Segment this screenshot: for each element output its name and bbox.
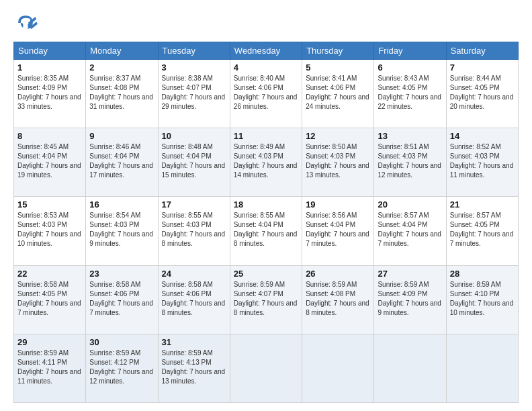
sunset-label: Sunset: 4:04 PM	[89, 152, 139, 160]
sunrise-label: Sunrise: 8:59 AM	[234, 281, 285, 288]
col-monday: Monday	[86, 42, 158, 60]
logo-icon	[13, 11, 38, 35]
logo	[13, 11, 42, 35]
sunrise-label: Sunrise: 8:59 AM	[162, 349, 213, 357]
table-row: 23 Sunrise: 8:58 AM Sunset: 4:06 PM Dayl…	[86, 265, 158, 334]
day-info: Sunrise: 8:50 AM Sunset: 4:03 PM Dayligh…	[306, 142, 370, 180]
calendar-table: Sunday Monday Tuesday Wednesday Thursday…	[13, 42, 519, 403]
sunset-label: Sunset: 4:06 PM	[89, 290, 139, 298]
day-number: 27	[378, 269, 442, 279]
day-number: 3	[162, 62, 226, 73]
page: Sunday Monday Tuesday Wednesday Thursday…	[0, 0, 532, 411]
table-row: 17 Sunrise: 8:55 AM Sunset: 4:03 PM Dayl…	[158, 197, 230, 265]
table-row: 10 Sunrise: 8:48 AM Sunset: 4:04 PM Dayl…	[158, 128, 230, 197]
sunrise-label: Sunrise: 8:56 AM	[306, 212, 357, 219]
table-row: 21 Sunrise: 8:57 AM Sunset: 4:05 PM Dayl…	[446, 197, 518, 265]
day-number: 9	[89, 131, 154, 141]
daylight-label: Daylight: 7 hours and 10 minutes.	[17, 230, 81, 247]
daylight-label: Daylight: 7 hours and 14 minutes.	[234, 162, 298, 179]
col-thursday: Thursday	[302, 42, 374, 60]
sunrise-label: Sunrise: 8:55 AM	[162, 212, 213, 219]
table-row: 16 Sunrise: 8:54 AM Sunset: 4:03 PM Dayl…	[86, 197, 158, 265]
day-info: Sunrise: 8:58 AM Sunset: 4:05 PM Dayligh…	[17, 280, 82, 318]
day-number: 4	[234, 62, 298, 73]
table-row: 27 Sunrise: 8:59 AM Sunset: 4:09 PM Dayl…	[374, 265, 446, 334]
sunrise-label: Sunrise: 8:55 AM	[234, 212, 285, 219]
sunrise-label: Sunrise: 8:58 AM	[17, 281, 69, 288]
daylight-label: Daylight: 7 hours and 8 minutes.	[162, 300, 226, 316]
daylight-label: Daylight: 7 hours and 8 minutes.	[162, 230, 226, 247]
table-row: 9 Sunrise: 8:46 AM Sunset: 4:04 PM Dayli…	[86, 128, 158, 197]
day-number: 19	[306, 199, 370, 210]
day-info: Sunrise: 8:58 AM Sunset: 4:06 PM Dayligh…	[162, 280, 226, 318]
sunrise-label: Sunrise: 8:45 AM	[17, 143, 69, 150]
daylight-label: Daylight: 7 hours and 13 minutes.	[162, 368, 226, 385]
table-row: 20 Sunrise: 8:57 AM Sunset: 4:04 PM Dayl…	[374, 197, 446, 265]
sunset-label: Sunset: 4:08 PM	[306, 290, 355, 298]
col-wednesday: Wednesday	[230, 42, 302, 60]
sunset-label: Sunset: 4:11 PM	[17, 359, 67, 366]
table-row: 19 Sunrise: 8:56 AM Sunset: 4:04 PM Dayl…	[302, 197, 374, 265]
sunrise-label: Sunrise: 8:46 AM	[89, 143, 140, 150]
day-info: Sunrise: 8:58 AM Sunset: 4:06 PM Dayligh…	[89, 280, 154, 318]
day-info: Sunrise: 8:49 AM Sunset: 4:03 PM Dayligh…	[234, 142, 298, 180]
sunset-label: Sunset: 4:06 PM	[162, 290, 212, 298]
sunset-label: Sunset: 4:04 PM	[306, 221, 355, 228]
day-info: Sunrise: 8:40 AM Sunset: 4:06 PM Dayligh…	[234, 74, 298, 111]
sunrise-label: Sunrise: 8:59 AM	[17, 349, 69, 357]
day-number: 17	[162, 199, 226, 210]
table-row: 8 Sunrise: 8:45 AM Sunset: 4:04 PM Dayli…	[14, 128, 86, 197]
calendar-week-2: 8 Sunrise: 8:45 AM Sunset: 4:04 PM Dayli…	[14, 128, 519, 197]
sunrise-label: Sunrise: 8:40 AM	[234, 75, 285, 82]
sunset-label: Sunset: 4:09 PM	[378, 290, 427, 298]
sunset-label: Sunset: 4:05 PM	[17, 290, 67, 298]
day-info: Sunrise: 8:52 AM Sunset: 4:03 PM Dayligh…	[450, 142, 515, 180]
day-info: Sunrise: 8:56 AM Sunset: 4:04 PM Dayligh…	[306, 211, 370, 248]
calendar-week-4: 22 Sunrise: 8:58 AM Sunset: 4:05 PM Dayl…	[14, 265, 519, 334]
day-info: Sunrise: 8:51 AM Sunset: 4:03 PM Dayligh…	[378, 142, 442, 180]
table-row: 15 Sunrise: 8:53 AM Sunset: 4:03 PM Dayl…	[14, 197, 86, 265]
sunrise-label: Sunrise: 8:37 AM	[89, 75, 140, 82]
sunset-label: Sunset: 4:07 PM	[162, 84, 212, 91]
table-row	[446, 334, 518, 402]
calendar-week-5: 29 Sunrise: 8:59 AM Sunset: 4:11 PM Dayl…	[14, 334, 519, 402]
day-info: Sunrise: 8:55 AM Sunset: 4:04 PM Dayligh…	[234, 211, 298, 248]
sunrise-label: Sunrise: 8:53 AM	[17, 212, 69, 219]
day-info: Sunrise: 8:41 AM Sunset: 4:06 PM Dayligh…	[306, 74, 370, 111]
day-number: 12	[306, 131, 370, 141]
table-row: 2 Sunrise: 8:37 AM Sunset: 4:08 PM Dayli…	[86, 60, 158, 128]
sunset-label: Sunset: 4:05 PM	[450, 221, 500, 228]
daylight-label: Daylight: 7 hours and 17 minutes.	[89, 162, 153, 179]
day-info: Sunrise: 8:45 AM Sunset: 4:04 PM Dayligh…	[17, 142, 82, 180]
table-row: 14 Sunrise: 8:52 AM Sunset: 4:03 PM Dayl…	[446, 128, 518, 197]
day-info: Sunrise: 8:59 AM Sunset: 4:08 PM Dayligh…	[306, 280, 370, 318]
table-row: 6 Sunrise: 8:43 AM Sunset: 4:05 PM Dayli…	[374, 60, 446, 128]
day-info: Sunrise: 8:59 AM Sunset: 4:13 PM Dayligh…	[162, 349, 226, 386]
sunrise-label: Sunrise: 8:35 AM	[17, 75, 69, 82]
sunset-label: Sunset: 4:03 PM	[378, 152, 427, 160]
col-tuesday: Tuesday	[158, 42, 230, 60]
sunset-label: Sunset: 4:03 PM	[17, 221, 67, 228]
day-number: 8	[17, 131, 82, 141]
table-row: 1 Sunrise: 8:35 AM Sunset: 4:09 PM Dayli…	[14, 60, 86, 128]
table-row: 31 Sunrise: 8:59 AM Sunset: 4:13 PM Dayl…	[158, 334, 230, 402]
daylight-label: Daylight: 7 hours and 26 minutes.	[234, 93, 298, 110]
sunrise-label: Sunrise: 8:58 AM	[89, 281, 140, 288]
day-number: 28	[450, 269, 515, 279]
daylight-label: Daylight: 7 hours and 31 minutes.	[89, 93, 153, 110]
daylight-label: Daylight: 7 hours and 8 minutes.	[234, 230, 298, 247]
sunrise-label: Sunrise: 8:43 AM	[378, 75, 429, 82]
header-row: Sunday Monday Tuesday Wednesday Thursday…	[14, 42, 519, 60]
daylight-label: Daylight: 7 hours and 12 minutes.	[89, 368, 153, 385]
daylight-label: Daylight: 7 hours and 22 minutes.	[378, 93, 441, 110]
day-number: 24	[162, 269, 226, 279]
table-row: 3 Sunrise: 8:38 AM Sunset: 4:07 PM Dayli…	[158, 60, 230, 128]
day-info: Sunrise: 8:54 AM Sunset: 4:03 PM Dayligh…	[89, 211, 154, 248]
day-info: Sunrise: 8:53 AM Sunset: 4:03 PM Dayligh…	[17, 211, 82, 248]
day-info: Sunrise: 8:55 AM Sunset: 4:03 PM Dayligh…	[162, 211, 226, 248]
day-info: Sunrise: 8:44 AM Sunset: 4:05 PM Dayligh…	[450, 74, 515, 111]
sunrise-label: Sunrise: 8:59 AM	[306, 281, 357, 288]
col-friday: Friday	[374, 42, 446, 60]
daylight-label: Daylight: 7 hours and 11 minutes.	[450, 162, 514, 179]
col-saturday: Saturday	[446, 42, 518, 60]
